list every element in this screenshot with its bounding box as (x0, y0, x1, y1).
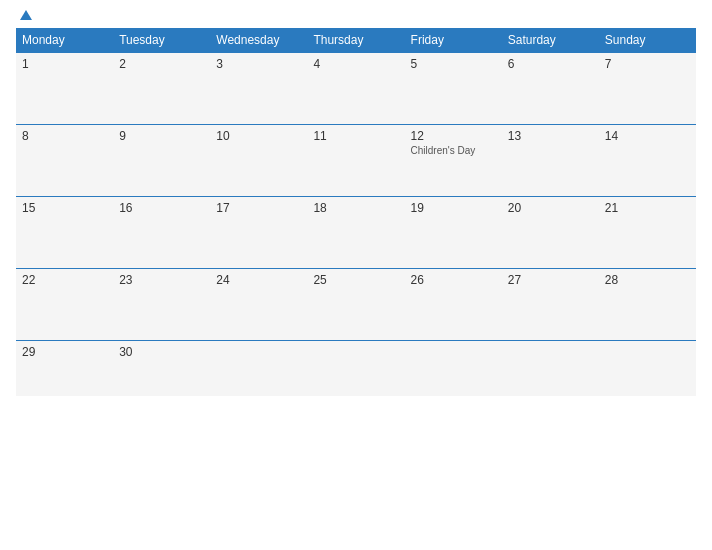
calendar-cell: 3 (210, 53, 307, 125)
calendar-cell: 24 (210, 269, 307, 341)
week-row-3: 15161718192021 (16, 197, 696, 269)
calendar-cell: 14 (599, 125, 696, 197)
calendar-cell: 27 (502, 269, 599, 341)
day-header-wednesday: Wednesday (210, 28, 307, 53)
day-number: 3 (216, 57, 301, 71)
week-row-1: 1234567 (16, 53, 696, 125)
calendar-cell: 29 (16, 341, 113, 396)
calendar-cell (307, 341, 404, 396)
calendar-cell: 11 (307, 125, 404, 197)
calendar-cell: 8 (16, 125, 113, 197)
calendar-cell: 21 (599, 197, 696, 269)
day-number: 24 (216, 273, 301, 287)
day-number: 23 (119, 273, 204, 287)
week-row-2: 89101112Children's Day1314 (16, 125, 696, 197)
calendar-cell: 2 (113, 53, 210, 125)
day-number: 13 (508, 129, 593, 143)
day-number: 10 (216, 129, 301, 143)
week-row-4: 22232425262728 (16, 269, 696, 341)
calendar-cell: 7 (599, 53, 696, 125)
calendar-cell: 25 (307, 269, 404, 341)
calendar-cell: 20 (502, 197, 599, 269)
calendar-cell: 12Children's Day (405, 125, 502, 197)
calendar-cell: 23 (113, 269, 210, 341)
calendar-cell: 5 (405, 53, 502, 125)
day-header-friday: Friday (405, 28, 502, 53)
week-row-5: 2930 (16, 341, 696, 396)
day-number: 30 (119, 345, 204, 359)
logo-triangle-icon (20, 10, 32, 20)
calendar-cell (210, 341, 307, 396)
calendar-cell: 13 (502, 125, 599, 197)
day-number: 17 (216, 201, 301, 215)
calendar-cell: 9 (113, 125, 210, 197)
day-number: 12 (411, 129, 496, 143)
calendar-cell: 1 (16, 53, 113, 125)
calendar-cell: 28 (599, 269, 696, 341)
day-number: 25 (313, 273, 398, 287)
calendar-cell: 15 (16, 197, 113, 269)
day-number: 18 (313, 201, 398, 215)
day-number: 14 (605, 129, 690, 143)
day-number: 15 (22, 201, 107, 215)
day-number: 8 (22, 129, 107, 143)
calendar-cell (405, 341, 502, 396)
day-number: 1 (22, 57, 107, 71)
day-number: 29 (22, 345, 107, 359)
header (16, 10, 696, 20)
calendar-header: MondayTuesdayWednesdayThursdayFridaySatu… (16, 28, 696, 53)
calendar-cell: 6 (502, 53, 599, 125)
day-number: 2 (119, 57, 204, 71)
day-number: 28 (605, 273, 690, 287)
day-number: 11 (313, 129, 398, 143)
days-of-week-row: MondayTuesdayWednesdayThursdayFridaySatu… (16, 28, 696, 53)
day-header-tuesday: Tuesday (113, 28, 210, 53)
day-number: 27 (508, 273, 593, 287)
calendar-cell: 16 (113, 197, 210, 269)
day-header-saturday: Saturday (502, 28, 599, 53)
day-header-monday: Monday (16, 28, 113, 53)
day-number: 5 (411, 57, 496, 71)
calendar-cell: 17 (210, 197, 307, 269)
calendar-page: MondayTuesdayWednesdayThursdayFridaySatu… (0, 0, 712, 550)
day-number: 16 (119, 201, 204, 215)
calendar-cell (502, 341, 599, 396)
day-number: 4 (313, 57, 398, 71)
calendar-cell: 4 (307, 53, 404, 125)
logo (16, 10, 32, 20)
day-header-thursday: Thursday (307, 28, 404, 53)
calendar-cell: 18 (307, 197, 404, 269)
day-header-sunday: Sunday (599, 28, 696, 53)
day-number: 22 (22, 273, 107, 287)
calendar-table: MondayTuesdayWednesdayThursdayFridaySatu… (16, 28, 696, 396)
day-number: 20 (508, 201, 593, 215)
day-number: 26 (411, 273, 496, 287)
day-number: 21 (605, 201, 690, 215)
day-number: 9 (119, 129, 204, 143)
calendar-body: 123456789101112Children's Day13141516171… (16, 53, 696, 396)
day-number: 19 (411, 201, 496, 215)
holiday-label: Children's Day (411, 145, 496, 156)
day-number: 6 (508, 57, 593, 71)
day-number: 7 (605, 57, 690, 71)
logo-blue-text (16, 10, 32, 20)
calendar-cell: 19 (405, 197, 502, 269)
calendar-cell: 26 (405, 269, 502, 341)
calendar-cell (599, 341, 696, 396)
calendar-cell: 22 (16, 269, 113, 341)
calendar-cell: 10 (210, 125, 307, 197)
calendar-cell: 30 (113, 341, 210, 396)
